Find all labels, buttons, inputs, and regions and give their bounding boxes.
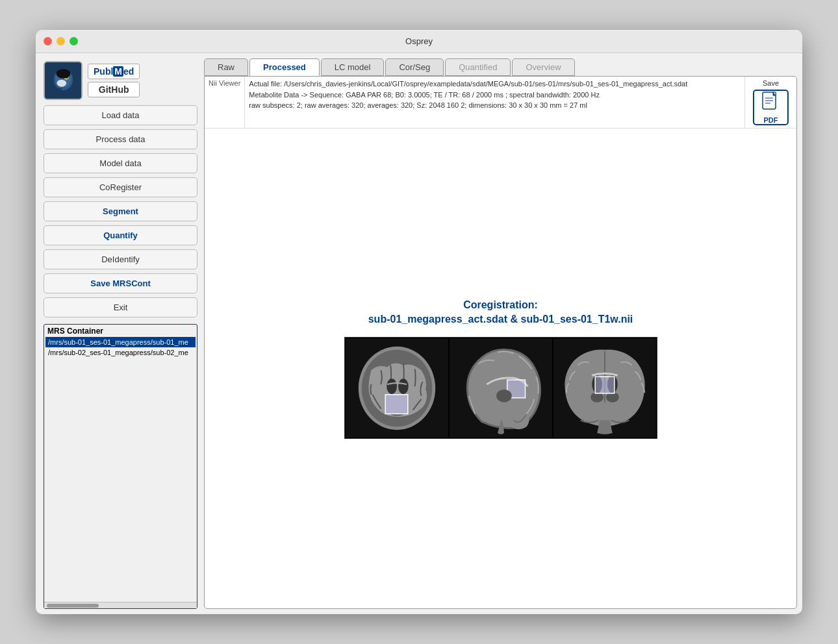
pdf-label: PDF	[764, 116, 778, 124]
coregister-button[interactable]: CoRegister	[44, 177, 197, 197]
svg-point-17	[387, 379, 397, 395]
nii-viewer-label: Nii Viewer	[205, 77, 245, 128]
save-mrscont-button[interactable]: Save MRSCont	[44, 273, 197, 293]
github-button[interactable]: GitHub	[88, 82, 140, 97]
sidebar: PublMed GitHub Load data Process data Mo…	[41, 58, 200, 609]
sidebar-links: PublMed GitHub	[88, 64, 140, 97]
brain-coronal	[553, 338, 657, 438]
tab-quantified[interactable]: Quantified	[445, 58, 511, 76]
load-data-button[interactable]: Load data	[44, 105, 197, 125]
main-window: Osprey	[36, 30, 802, 614]
tab-cor-seg[interactable]: Cor/Seg	[385, 58, 444, 76]
save-area: Save PDF	[744, 77, 796, 128]
tab-overview[interactable]: Overview	[512, 58, 574, 76]
deidentify-button[interactable]: DeIdentify	[44, 249, 197, 269]
brain-images	[344, 337, 657, 439]
close-button[interactable]	[44, 37, 52, 45]
mrs-scrollbar[interactable]	[44, 602, 197, 608]
file-label: Actual file:	[249, 80, 282, 88]
viewer-area: Nii Viewer Actual file: /Users/chris_dav…	[204, 76, 797, 609]
mrs-item[interactable]: /mrs/sub-02_ses-01_megapress/sub-02_me	[45, 347, 196, 358]
quantify-button[interactable]: Quantify	[44, 225, 197, 245]
svg-point-18	[398, 379, 408, 395]
mrs-container-title: MRS Container	[44, 325, 197, 336]
tab-processed[interactable]: Processed	[249, 58, 320, 76]
svg-point-7	[56, 69, 70, 79]
traffic-lights	[44, 37, 78, 45]
file-info-area: Actual file: /Users/chris_davies-jenkins…	[245, 77, 744, 128]
right-panel: Raw Processed LC model Cor/Seg Quantifie…	[204, 58, 797, 609]
osprey-logo	[44, 61, 83, 100]
segment-button[interactable]: Segment	[44, 201, 197, 221]
titlebar: Osprey	[36, 30, 802, 53]
file-path: Actual file: /Users/chris_davies-jenkins…	[249, 79, 741, 89]
viewer-header: Nii Viewer Actual file: /Users/chris_dav…	[205, 77, 796, 129]
nav-buttons: Load data Process data Model data CoRegi…	[41, 105, 200, 317]
mrs-item[interactable]: /mrs/sub-01_ses-01_megapress/sub-01_me	[45, 337, 196, 347]
exit-button[interactable]: Exit	[44, 297, 197, 317]
tab-lc-model[interactable]: LC model	[321, 58, 385, 76]
file-meta-line1: Metabolite Data -> Sequence: GABA PAR 68…	[249, 90, 741, 100]
svg-rect-29	[595, 377, 615, 394]
tabs-bar: Raw Processed LC model Cor/Seg Quantifie…	[204, 58, 797, 76]
mrs-container: MRS Container /mrs/sub-01_ses-01_megapre…	[44, 324, 197, 609]
process-data-button[interactable]: Process data	[44, 129, 197, 149]
brain-axial	[345, 338, 449, 438]
coregistration-title: Coregistration: sub-01_megapress_act.sda…	[368, 298, 633, 327]
maximize-button[interactable]	[70, 37, 78, 45]
pdf-button[interactable]: PDF	[753, 90, 789, 125]
svg-rect-19	[385, 395, 408, 414]
minimize-button[interactable]	[57, 37, 65, 45]
tab-raw[interactable]: Raw	[204, 58, 248, 76]
save-label: Save	[763, 79, 779, 87]
pubmed-button[interactable]: PublMed	[88, 64, 140, 79]
window-title: Osprey	[405, 36, 433, 46]
main-content: PublMed GitHub Load data Process data Mo…	[36, 53, 802, 614]
brain-sagittal	[449, 338, 553, 438]
coregistration-content: Coregistration: sub-01_megapress_act.sda…	[205, 129, 796, 608]
sidebar-header: PublMed GitHub	[41, 58, 200, 105]
svg-point-22	[496, 390, 512, 402]
mrs-scrollbar-thumb	[47, 604, 99, 608]
mrs-list[interactable]: /mrs/sub-01_ses-01_megapress/sub-01_me /…	[44, 336, 197, 602]
svg-point-6	[57, 79, 66, 86]
file-meta-line2: raw subspecs: 2; raw averages: 320; aver…	[249, 101, 741, 110]
file-path-value: /Users/chris_davies-jenkins/Local/GIT/os…	[284, 80, 687, 88]
model-data-button[interactable]: Model data	[44, 153, 197, 173]
